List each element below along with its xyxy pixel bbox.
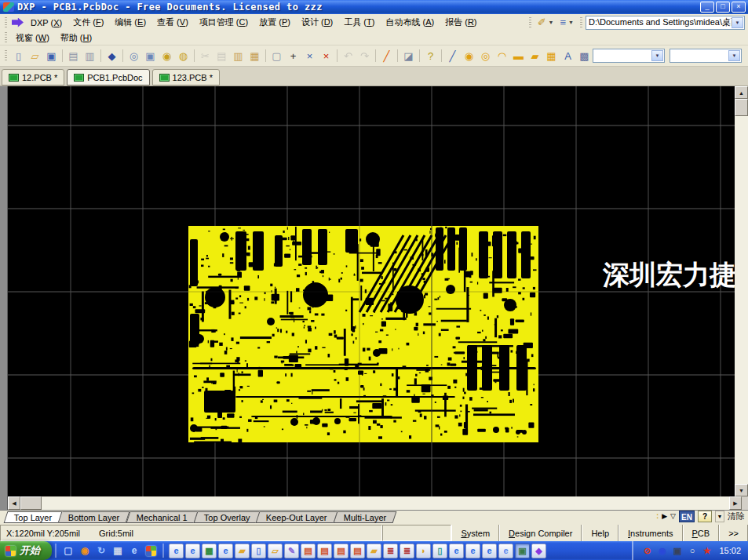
quicklaunch-show-desktop[interactable]: ▢ <box>61 544 75 558</box>
taskbar-task-books-1[interactable]: ≣ <box>383 544 398 558</box>
print-preview-button[interactable]: ▥ <box>82 48 98 64</box>
scroll-left-icon[interactable]: ◀ <box>8 496 20 510</box>
copy-button[interactable]: ▤ <box>213 48 230 64</box>
component-combobox[interactable]: ▼ <box>670 49 742 63</box>
zoom-filter-button[interactable]: ◍ <box>175 48 192 64</box>
tray-network[interactable]: ▣ <box>671 544 683 557</box>
layer-tab-multi-layer[interactable]: Multi-Layer <box>333 511 396 523</box>
move-button[interactable]: + <box>285 48 301 64</box>
taskbar-task-ie-4[interactable]: e <box>449 544 464 558</box>
place-line-button[interactable]: ╱ <box>444 48 461 64</box>
undo-button[interactable]: ↶ <box>340 48 356 64</box>
document-tools-dropdown[interactable]: ≡▼ <box>556 16 577 28</box>
vertical-scroll-thumb[interactable] <box>735 99 748 116</box>
net-combobox[interactable]: ▼ <box>593 49 665 63</box>
taskbar-task-dxp-app[interactable]: ◆ <box>531 544 546 558</box>
taskbar-task-dxp-doc-4[interactable]: ▤ <box>350 544 365 558</box>
quicklaunch-media-player[interactable]: ◉ <box>78 544 92 558</box>
help-button[interactable]: ? <box>422 48 439 64</box>
layer-tab-top-overlay[interactable]: Top Overlay <box>193 511 261 523</box>
panel-button-help[interactable]: Help <box>582 525 618 541</box>
menu-project[interactable]: 项目管理 (C) <box>194 15 254 30</box>
menu-help[interactable]: 帮助 (H) <box>55 31 97 45</box>
clear-filter-button[interactable]: × <box>318 48 334 64</box>
taskbar-task-notebook[interactable]: ▯ <box>432 544 447 558</box>
menu-dxp[interactable]: DXP (X) <box>25 16 68 29</box>
tray-volume-muted[interactable]: ⊘ <box>641 544 653 557</box>
browse-library-button[interactable]: ◆ <box>104 48 120 64</box>
place-arc-button[interactable]: ◠ <box>494 48 510 64</box>
menu-tools[interactable]: 工具 (T) <box>338 15 380 30</box>
menu-window[interactable]: 视窗 (W) <box>10 31 55 45</box>
tray-audio-manager[interactable]: ◉ <box>656 544 668 557</box>
menu-design[interactable]: 设计 (D) <box>296 15 338 30</box>
expand-arrow-icon[interactable]: ▶ <box>662 513 667 520</box>
place-via-button[interactable]: ◎ <box>477 48 494 64</box>
path-combobox[interactable]: D:\Documents and Settings\midea\桌面 ▼ <box>586 16 745 30</box>
taskbar-task-dxp-doc-2[interactable]: ▤ <box>317 544 332 558</box>
taskbar-task-ie-6[interactable]: e <box>482 544 497 558</box>
sep-4[interactable] <box>192 48 197 64</box>
language-options-dropdown[interactable]: ▼ <box>715 511 724 522</box>
taskbar-task-folder-2[interactable]: ▱ <box>268 544 283 558</box>
redo-button[interactable]: ↷ <box>356 48 373 64</box>
menu-edit[interactable]: 编辑 (E) <box>109 15 151 30</box>
layer-tab-bottom-layer[interactable]: Bottom Layer <box>58 511 130 523</box>
restore-button[interactable]: □ <box>716 2 730 13</box>
panel-button-more[interactable]: >> <box>719 525 748 541</box>
interactive-route-button[interactable]: ╱ <box>378 48 395 64</box>
scroll-up-icon[interactable]: ▲ <box>735 86 748 99</box>
paste-special-button[interactable]: ▦ <box>246 48 263 64</box>
sep-9[interactable] <box>417 48 422 64</box>
minimize-button[interactable]: _ <box>700 2 714 13</box>
language-help-button[interactable]: ? <box>698 511 712 522</box>
menu-place[interactable]: 放置 (P) <box>254 15 296 30</box>
menu-reports[interactable]: 报告 (R) <box>440 15 482 30</box>
close-button[interactable]: × <box>732 2 746 13</box>
place-string-button[interactable]: A <box>560 48 576 64</box>
panel-button-system[interactable]: System <box>451 525 499 541</box>
taskbar-task-dxp-doc-3[interactable]: ▤ <box>334 544 348 558</box>
tray-ime-lamp[interactable]: ○ <box>686 544 698 557</box>
doc-tab-123-pcb[interactable]: 123.PCB * <box>152 69 220 85</box>
taskbar-task-excel[interactable]: ▦ <box>202 544 217 558</box>
menu-file[interactable]: 文件 (F) <box>68 15 109 30</box>
layer-tab-top-layer[interactable]: Top Layer <box>4 511 63 523</box>
scroll-right-icon[interactable]: ▶ <box>729 496 742 510</box>
scroll-down-icon[interactable]: ▼ <box>735 484 748 496</box>
horizontal-scrollbar[interactable]: ◀ ▶ <box>8 496 742 510</box>
filter-funnel-icon[interactable]: ▽ <box>670 513 676 520</box>
sep-5[interactable] <box>263 48 268 64</box>
place-component-button[interactable]: ▩ <box>576 48 593 64</box>
sep-2[interactable] <box>98 48 104 64</box>
horizontal-scroll-thumb[interactable] <box>20 496 42 510</box>
taskbar-task-folder-1[interactable]: ▰ <box>235 544 250 558</box>
taskbar-task-paint[interactable]: ✎ <box>284 544 299 558</box>
markup-tools-dropdown[interactable]: ✐▼ <box>535 16 557 28</box>
combobox-arrow-icon[interactable]: ▼ <box>651 50 663 61</box>
taskbar-task-ie-5[interactable]: e <box>465 544 480 558</box>
quicklaunch-sync[interactable]: ↻ <box>94 544 108 558</box>
layer-tab-mechanical-1[interactable]: Mechanical 1 <box>126 511 198 523</box>
taskbar-task-ie-1[interactable]: e <box>169 544 184 558</box>
menu-view[interactable]: 查看 (V) <box>151 15 194 30</box>
doc-tab-12-pcb[interactable]: 12.PCB * <box>2 69 64 85</box>
open-button[interactable]: ▱ <box>27 48 43 64</box>
taskbar-task-tool[interactable]: ◗ <box>416 544 431 558</box>
sep-8[interactable] <box>395 48 400 64</box>
clear-label[interactable]: 清除 <box>728 511 746 522</box>
place-pad-button[interactable]: ◉ <box>461 48 477 64</box>
quicklaunch-windows-update[interactable] <box>144 544 158 558</box>
taskbar-task-books-2[interactable]: ≣ <box>400 544 414 558</box>
zoom-document-button[interactable]: ◎ <box>126 48 142 64</box>
select-area-button[interactable]: ▢ <box>268 48 285 64</box>
combobox-arrow-icon[interactable]: ▼ <box>732 17 743 28</box>
sep-3[interactable] <box>120 48 126 64</box>
tray-alarm[interactable]: ★ <box>701 544 713 557</box>
taskbar-task-wordpad[interactable]: ▯ <box>251 544 266 558</box>
sep-7[interactable] <box>373 48 378 64</box>
doc-tab-pcb1-pcbdoc[interactable]: PCB1.PcbDoc <box>67 69 149 85</box>
panel-button-instruments[interactable]: Instruments <box>618 525 682 541</box>
panel-button-design-compiler[interactable]: Design Compiler <box>499 525 582 541</box>
start-button[interactable]: 开始 <box>0 541 52 560</box>
